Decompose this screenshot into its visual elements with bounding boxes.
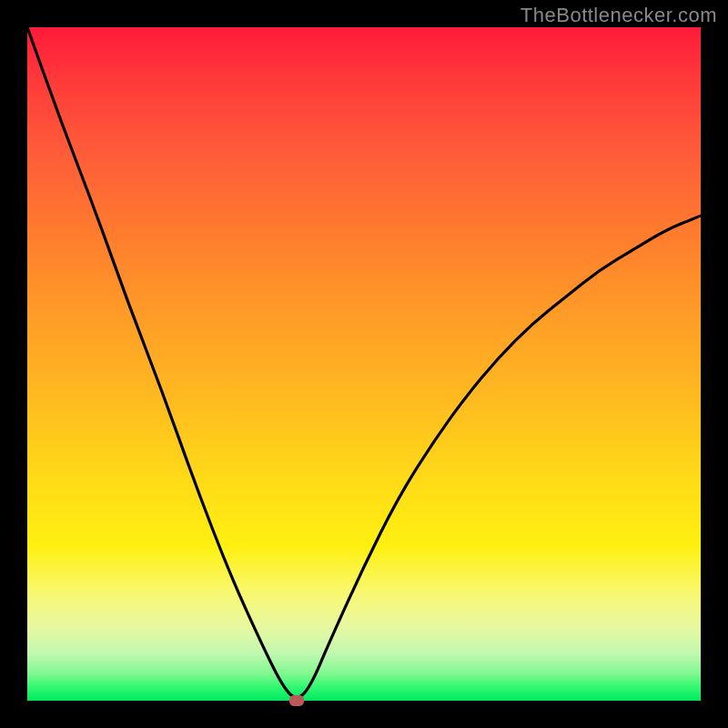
watermark-text: TheBottlenecker.com	[521, 4, 717, 27]
bottleneck-curve	[27, 27, 701, 697]
chart-container: TheBottlenecker.com	[0, 0, 728, 728]
curve-layer	[27, 27, 701, 701]
optimal-point-marker	[289, 695, 304, 706]
plot-area	[27, 27, 701, 701]
